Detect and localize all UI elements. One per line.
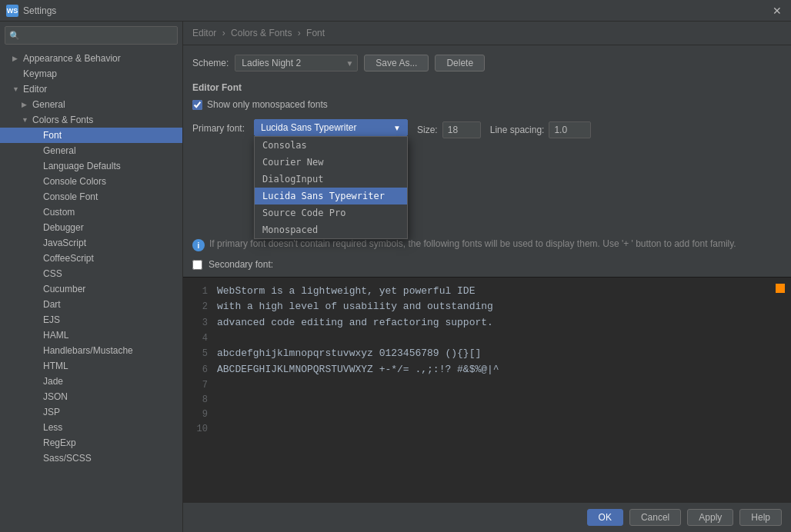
line-num-10: 10 — [192, 422, 208, 437]
sidebar-item-keymap[interactable]: Keymap — [0, 66, 182, 81]
sidebar-item-html[interactable]: HTML — [0, 358, 182, 374]
sidebar-item-less[interactable]: Less — [0, 420, 182, 435]
sidebar-item-handlebars[interactable]: Handlebars/Mustache — [0, 343, 182, 358]
size-input[interactable] — [442, 121, 481, 138]
sidebar-item-jsp[interactable]: JSP — [0, 404, 182, 420]
sidebar-item-label-editor: Editor — [23, 84, 47, 95]
sidebar-item-label-sass-scss: Sass/SCSS — [43, 453, 92, 464]
sidebar-item-label-css: CSS — [43, 268, 62, 279]
sidebar-item-font[interactable]: Font — [0, 128, 182, 143]
sidebar-item-editor[interactable]: Editor — [0, 81, 182, 97]
monospaced-checkbox[interactable] — [192, 100, 202, 110]
info-row: i If primary font doesn't contain requir… — [192, 238, 782, 251]
sidebar-item-colors-fonts[interactable]: Colors & Fonts — [0, 112, 182, 128]
font-option-source-code-pro[interactable]: Source Code Pro — [255, 204, 407, 221]
title-bar: WS Settings ✕ — [0, 0, 791, 22]
line-num-3: 3 — [192, 316, 208, 331]
sidebar-item-language-defaults[interactable]: Language Defaults — [0, 158, 182, 174]
sidebar-item-css[interactable]: CSS — [0, 266, 182, 281]
line-content-3: advanced code editing and refactoring su… — [217, 315, 493, 331]
sidebar-item-regexp[interactable]: RegExp — [0, 435, 182, 451]
font-option-dialoginput[interactable]: DialogInput — [255, 171, 407, 188]
font-option-monospaced[interactable]: Monospaced — [255, 221, 407, 238]
sidebar-item-label-console-font: Console Font — [43, 191, 98, 202]
sidebar-item-sass-scss[interactable]: Sass/SCSS — [0, 451, 182, 466]
font-option-courier-new[interactable]: Courier New — [255, 154, 407, 171]
ok-button[interactable]: OK — [587, 509, 623, 526]
content-area: Editor › Colors & Fonts › Font Scheme: L… — [183, 22, 791, 532]
sidebar-item-debugger[interactable]: Debugger — [0, 220, 182, 235]
sidebar-item-label-jsp: JSP — [43, 407, 60, 417]
sidebar-item-general2[interactable]: General — [0, 143, 182, 158]
font-option-consolas[interactable]: Consolas — [255, 137, 407, 154]
tree-arrow-editor — [12, 85, 23, 93]
line-num-6: 6 — [192, 363, 208, 377]
sidebar-item-label-jade: Jade — [43, 376, 63, 387]
cancel-button[interactable]: Cancel — [629, 509, 681, 526]
sidebar-item-label-less: Less — [43, 422, 62, 433]
tree-arrow-general — [22, 101, 32, 108]
app-icon: WS — [6, 5, 18, 17]
line-num-1: 1 — [192, 284, 208, 299]
preview-line-9: 9 — [192, 407, 782, 422]
window-title: Settings — [23, 5, 56, 16]
scheme-label: Scheme: — [192, 58, 229, 68]
close-button[interactable]: ✕ — [769, 3, 785, 18]
main-layout: 🔍 Appearance & Behavior Keymap Editor — [0, 22, 791, 532]
sidebar-tree: Appearance & Behavior Keymap Editor Gene… — [0, 49, 182, 532]
sidebar-item-label-language-defaults: Language Defaults — [43, 161, 121, 171]
primary-font-dropdown[interactable]: Lucida Sans Typewriter ▼ — [254, 119, 408, 136]
sidebar-item-label-cucumber: Cucumber — [43, 284, 85, 294]
sidebar-item-json[interactable]: JSON — [0, 389, 182, 404]
sidebar-item-label-general: General — [32, 99, 65, 110]
breadcrumb: Editor › Colors & Fonts › Font — [183, 22, 791, 45]
sidebar-item-appearance[interactable]: Appearance & Behavior — [0, 51, 182, 66]
font-row: Primary font: Lucida Sans Typewriter ▼ C… — [192, 119, 782, 138]
search-input[interactable] — [5, 26, 178, 45]
sidebar-item-label-handlebars: Handlebars/Mustache — [43, 345, 133, 356]
sidebar-item-javascript[interactable]: JavaScript — [0, 235, 182, 251]
line-spacing-label: Line spacing: — [490, 125, 545, 135]
info-icon: i — [192, 239, 205, 251]
sidebar-item-label-debugger: Debugger — [43, 222, 84, 233]
font-dropdown-wrap: Lucida Sans Typewriter ▼ Consolas Courie… — [254, 119, 408, 136]
preview-line-1: 1 WebStorm is a lightweight, yet powerfu… — [192, 284, 782, 300]
sidebar-item-console-colors[interactable]: Console Colors — [0, 174, 182, 189]
sidebar-item-jade[interactable]: Jade — [0, 374, 182, 389]
sidebar-item-label-javascript: JavaScript — [43, 238, 86, 248]
secondary-font-row: Secondary font: — [192, 259, 782, 270]
line-num-2: 2 — [192, 300, 208, 314]
sidebar-item-haml[interactable]: HAML — [0, 328, 182, 343]
sidebar-item-dart[interactable]: Dart — [0, 297, 182, 312]
preview-area: 1 WebStorm is a lightweight, yet powerfu… — [183, 277, 791, 503]
breadcrumb-sep1: › — [222, 28, 228, 38]
spacing-wrap: Line spacing: — [490, 121, 592, 138]
line-num-7: 7 — [192, 378, 208, 393]
scheme-select[interactable]: Ladies Night 2 Default Darcula Monokai — [235, 55, 358, 71]
sidebar-item-coffeescript[interactable]: CoffeeScript — [0, 251, 182, 266]
primary-font-label: Primary font: — [192, 123, 245, 134]
apply-button[interactable]: Apply — [687, 509, 733, 526]
sidebar-item-label-colors-fonts: Colors & Fonts — [32, 115, 93, 125]
sidebar-item-custom[interactable]: Custom — [0, 204, 182, 220]
preview-line-6: 6 ABCDEFGHIJKLMNOPQRSTUVWXYZ +-*/= .,;:!… — [192, 362, 782, 378]
size-label: Size: — [417, 125, 438, 135]
delete-button[interactable]: Delete — [435, 55, 485, 71]
line-content-1: WebStorm is a lightweight, yet powerful … — [217, 284, 475, 300]
secondary-font-checkbox[interactable] — [192, 260, 202, 270]
sidebar-item-label-haml: HAML — [43, 330, 68, 341]
line-num-4: 4 — [192, 331, 208, 346]
help-button[interactable]: Help — [739, 509, 782, 526]
line-content-2: with a high level of usability and outst… — [217, 299, 493, 315]
sidebar-item-general[interactable]: General — [0, 97, 182, 112]
sidebar-item-label-keymap: Keymap — [23, 68, 57, 79]
sidebar-item-label-json: JSON — [43, 391, 68, 402]
scheme-row: Scheme: Ladies Night 2 Default Darcula M… — [192, 55, 782, 71]
line-spacing-input[interactable] — [549, 121, 591, 138]
sidebar-item-ejs[interactable]: EJS — [0, 312, 182, 328]
sidebar-item-cucumber[interactable]: Cucumber — [0, 281, 182, 297]
save-as-button[interactable]: Save As... — [364, 55, 429, 71]
editor-font-section-label: Editor Font — [192, 82, 782, 93]
sidebar-item-console-font[interactable]: Console Font — [0, 189, 182, 204]
font-option-lucida[interactable]: Lucida Sans Typewriter — [255, 188, 407, 204]
